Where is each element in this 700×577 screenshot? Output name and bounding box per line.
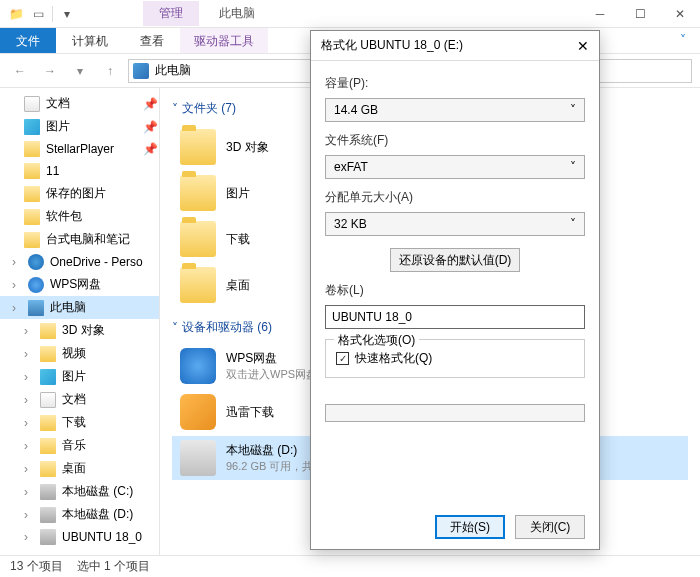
capacity-select[interactable]: 14.4 GB ˅ (325, 98, 585, 122)
quick-format-checkbox[interactable]: ✓ (336, 352, 349, 365)
item-label: 软件包 (46, 208, 82, 225)
nav-tree[interactable]: 文档📌图片📌StellarPlayer📌11保存的图片软件包台式电脑和笔记›On… (0, 88, 160, 555)
item-label: 保存的图片 (46, 185, 106, 202)
window-controls: ─ ☐ ✕ (580, 0, 700, 28)
tree-item[interactable]: StellarPlayer📌 (0, 138, 159, 160)
tree-item[interactable]: 文档📌 (0, 92, 159, 115)
dialog-titlebar[interactable]: 格式化 UBUNTU 18_0 (E:) ✕ (311, 31, 599, 61)
help-dropdown[interactable]: ˅ (666, 28, 700, 53)
chevron-right-icon[interactable]: › (24, 416, 34, 430)
format-options-fieldset: 格式化选项(O) ✓ 快速格式化(Q) (325, 339, 585, 378)
item-icon (40, 507, 56, 523)
chevron-right-icon[interactable]: › (24, 347, 34, 361)
minimize-button[interactable]: ─ (580, 0, 620, 28)
tree-item[interactable]: 台式电脑和笔记 (0, 228, 159, 251)
item-label: UBUNTU 18_0 (62, 530, 142, 544)
dialog-title: 格式化 UBUNTU 18_0 (E:) (321, 37, 463, 54)
chevron-right-icon[interactable]: › (24, 393, 34, 407)
window-title: 此电脑 (219, 5, 255, 22)
start-button[interactable]: 开始(S) (435, 515, 505, 539)
contextual-tabs: 管理 (143, 1, 199, 26)
tree-item[interactable]: ›文档 (0, 388, 159, 411)
qat-dropdown-icon[interactable]: ▾ (59, 6, 75, 22)
chevron-down-icon: ˅ (570, 217, 576, 231)
restore-defaults-button[interactable]: 还原设备的默认值(D) (390, 248, 520, 272)
forward-button[interactable]: → (38, 59, 62, 83)
item-icon (40, 346, 56, 362)
pc-icon (133, 63, 149, 79)
tree-item[interactable]: ›此电脑 (0, 296, 159, 319)
allocation-select[interactable]: 32 KB ˅ (325, 212, 585, 236)
quick-format-row[interactable]: ✓ 快速格式化(Q) (336, 350, 574, 367)
chevron-right-icon[interactable]: › (12, 255, 22, 269)
format-options-legend: 格式化选项(O) (334, 332, 419, 349)
item-label: 音乐 (62, 437, 86, 454)
chevron-right-icon[interactable]: › (24, 508, 34, 522)
item-sublabel: 96.2 GB 可用，共 (226, 459, 313, 474)
chevron-down-icon: ˅ (570, 103, 576, 117)
chevron-right-icon[interactable]: › (24, 324, 34, 338)
chevron-right-icon[interactable]: › (24, 530, 34, 544)
manage-tab-header[interactable]: 管理 (143, 1, 199, 26)
recent-dropdown-icon[interactable]: ▾ (68, 59, 92, 83)
volume-label-value: UBUNTU 18_0 (332, 310, 412, 324)
explorer-icon: 📁 (8, 6, 24, 22)
folder-icon (180, 175, 216, 211)
progress-bar (325, 404, 585, 422)
tree-item[interactable]: ›桌面 (0, 457, 159, 480)
dialog-close-button[interactable]: ✕ (577, 38, 589, 54)
item-label: 此电脑 (50, 299, 86, 316)
chevron-right-icon[interactable]: › (24, 485, 34, 499)
tree-item[interactable]: ›OneDrive - Perso (0, 251, 159, 273)
item-icon (24, 186, 40, 202)
filesystem-value: exFAT (334, 160, 368, 174)
filesystem-select[interactable]: exFAT ˅ (325, 155, 585, 179)
view-tab[interactable]: 查看 (124, 28, 180, 53)
maximize-button[interactable]: ☐ (620, 0, 660, 28)
capacity-label: 容量(P): (325, 75, 585, 92)
tree-item[interactable]: ›WPS网盘 (0, 273, 159, 296)
chevron-right-icon[interactable]: › (24, 462, 34, 476)
chevron-right-icon[interactable]: › (12, 301, 22, 315)
tree-item[interactable]: ›UBUNTU 18_0 (0, 526, 159, 548)
tree-item[interactable]: ›本地磁盘 (C:) (0, 480, 159, 503)
tree-item[interactable]: ›图片 (0, 365, 159, 388)
item-icon (40, 369, 56, 385)
close-button[interactable]: ✕ (660, 0, 700, 28)
item-label: 图片 (62, 368, 86, 385)
tree-item[interactable]: 保存的图片 (0, 182, 159, 205)
chevron-right-icon[interactable]: › (24, 439, 34, 453)
item-label: 本地磁盘 (D:) (226, 442, 313, 459)
item-label: 文档 (62, 391, 86, 408)
tree-item[interactable]: 11 (0, 160, 159, 182)
tree-item[interactable]: 软件包 (0, 205, 159, 228)
quick-format-label: 快速格式化(Q) (355, 350, 432, 367)
chevron-right-icon[interactable]: › (12, 278, 22, 292)
back-button[interactable]: ← (8, 59, 32, 83)
item-label: 图片 (46, 118, 70, 135)
computer-tab[interactable]: 计算机 (56, 28, 124, 53)
item-label: 文档 (46, 95, 70, 112)
address-crumb[interactable]: 此电脑 (155, 62, 191, 79)
chevron-right-icon[interactable]: › (24, 370, 34, 384)
tree-item[interactable]: ›视频 (0, 342, 159, 365)
separator (52, 6, 53, 22)
tree-item[interactable]: ›下载 (0, 411, 159, 434)
tree-item[interactable]: 图片📌 (0, 115, 159, 138)
item-count: 13 个项目 (10, 558, 63, 575)
file-tab[interactable]: 文件 (0, 28, 56, 53)
volume-label-input[interactable]: UBUNTU 18_0 (325, 305, 585, 329)
drive-tools-tab[interactable]: 驱动器工具 (180, 28, 268, 53)
item-icon (40, 392, 56, 408)
dialog-body: 容量(P): 14.4 GB ˅ 文件系统(F) exFAT ˅ 分配单元大小(… (311, 61, 599, 505)
tree-item[interactable]: ›音乐 (0, 434, 159, 457)
close-button[interactable]: 关闭(C) (515, 515, 585, 539)
chevron-down-icon: ˅ (570, 160, 576, 174)
item-icon (40, 484, 56, 500)
chevron-down-icon: ˅ (172, 102, 178, 116)
pin-icon: 📌 (143, 97, 153, 111)
up-button[interactable]: ↑ (98, 59, 122, 83)
tree-item[interactable]: ›本地磁盘 (D:) (0, 503, 159, 526)
tree-item[interactable]: ›3D 对象 (0, 319, 159, 342)
properties-icon[interactable]: ▭ (30, 6, 46, 22)
